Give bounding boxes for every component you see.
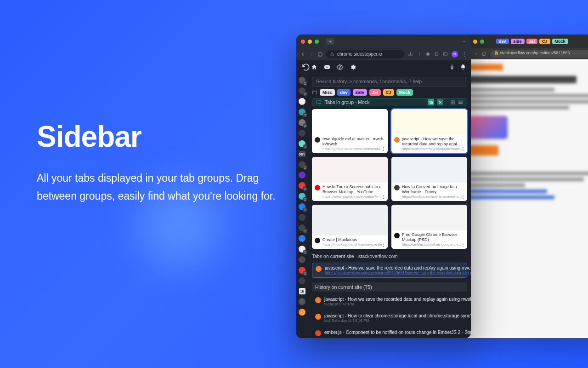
traffic-light-min[interactable] xyxy=(308,40,312,44)
rail-site-icon[interactable]: 7 xyxy=(299,109,305,115)
pin-icon[interactable] xyxy=(449,64,455,70)
tab-group-pill-cj[interactable]: CJ xyxy=(539,39,550,44)
search-input[interactable]: Search history, > commands, / bookmarks,… xyxy=(312,77,467,86)
svg-point-26 xyxy=(463,198,464,199)
rail-site-icon[interactable] xyxy=(299,309,305,316)
panel-icon[interactable] xyxy=(443,52,448,57)
profile-avatar[interactable]: C xyxy=(452,51,458,58)
tab-card[interactable]: How to Turn a Screenshot into a Browser … xyxy=(312,157,388,201)
share-icon[interactable] xyxy=(408,52,413,57)
reload-icon[interactable] xyxy=(482,52,486,56)
current-site-tab-item[interactable]: javascript - How we save the recorded da… xyxy=(312,263,467,278)
card-more-icon[interactable] xyxy=(381,242,386,247)
address-bar[interactable]: chrome.sidestepper.io xyxy=(326,50,405,58)
history-item[interactable]: ember.js - Component to be notified on r… xyxy=(312,328,467,336)
tab-group-pill-mock[interactable]: Mock xyxy=(552,39,568,44)
group-header-label: Tabs in group - Mock xyxy=(325,99,369,105)
rail-site-icon[interactable] xyxy=(299,98,305,105)
group-header[interactable]: Tabs in group - Mock xyxy=(312,98,467,106)
tab-card[interactable]: rrweb/guide.md at master · rrweb-io/rrwe… xyxy=(312,109,388,153)
rail-site-icon[interactable]: 1 xyxy=(299,224,305,231)
traffic-light-close[interactable] xyxy=(301,40,305,44)
card-more-icon[interactable] xyxy=(381,146,386,152)
gear-icon[interactable] xyxy=(350,64,356,70)
home-icon[interactable] xyxy=(311,64,317,70)
folder-icon xyxy=(316,99,322,105)
bookmark-icon[interactable] xyxy=(434,52,439,57)
card-more-icon[interactable] xyxy=(460,146,466,152)
rail-site-icon[interactable]: 1 xyxy=(299,77,305,84)
youtube-icon[interactable] xyxy=(324,64,330,70)
tab-card[interactable]: javascript - How we save the recorded da… xyxy=(391,109,467,153)
tab-group-pill-dev[interactable]: dev xyxy=(496,39,509,44)
rail-site-icon[interactable]: 1 xyxy=(299,246,305,253)
window-icon[interactable] xyxy=(312,90,317,95)
svg-rect-11 xyxy=(453,103,454,104)
rail-site-icon[interactable]: 2 xyxy=(299,119,305,126)
card-more-icon[interactable] xyxy=(381,194,386,200)
plus-icon[interactable] xyxy=(417,52,422,57)
traffic-light-max[interactable] xyxy=(480,40,484,44)
svg-rect-10 xyxy=(451,103,452,104)
grid-view-icon[interactable] xyxy=(450,100,455,105)
favicon xyxy=(315,238,320,243)
rail-site-icon[interactable]: 2 xyxy=(299,87,305,94)
group-chip-side[interactable]: side xyxy=(353,89,367,96)
tab-card[interactable]: How to Convert an Image to a Wireframe -… xyxy=(391,157,467,201)
rail-site-icon[interactable]: 1 xyxy=(299,140,305,147)
reload-icon[interactable] xyxy=(317,52,323,57)
rail-site-icon[interactable] xyxy=(299,298,305,305)
svg-point-28 xyxy=(383,244,384,245)
forward-icon[interactable] xyxy=(309,52,314,57)
new-tab-button[interactable]: + xyxy=(326,38,334,45)
traffic-light-max[interactable] xyxy=(315,40,319,44)
rail-site-icon[interactable]: 1 xyxy=(299,203,305,210)
help-icon[interactable] xyxy=(337,64,343,70)
group-chip-dev[interactable]: dev xyxy=(337,89,350,96)
rail-site-icon[interactable]: 1 xyxy=(299,161,305,168)
tab-card[interactable]: Create | Mockoopshttps://mockoops.mohity… xyxy=(312,205,388,249)
rail-number-badge[interactable]: 18 xyxy=(299,288,305,294)
rail-site-icon[interactable] xyxy=(299,130,305,137)
card-more-icon[interactable] xyxy=(460,242,466,247)
extension-icon[interactable] xyxy=(425,52,430,57)
rail-site-icon[interactable] xyxy=(299,172,305,178)
undo-icon[interactable] xyxy=(302,63,310,71)
url-text: chrome.sidestepper.io xyxy=(337,52,382,57)
current-site-section-header: Tabs on current site - stackoverflow.com xyxy=(312,253,467,259)
favicon xyxy=(316,266,322,272)
list-view-icon[interactable] xyxy=(458,100,463,105)
group-action-copy[interactable] xyxy=(428,99,434,105)
group-chip-misc[interactable]: Misc xyxy=(320,89,335,96)
rail-site-icon[interactable]: 1 xyxy=(299,193,305,200)
rail-site-icon[interactable] xyxy=(299,277,305,284)
rail-site-icon[interactable] xyxy=(299,235,305,242)
tab-card[interactable]: Free Google Chrome Browser Mockup (PSD)h… xyxy=(391,205,467,249)
svg-rect-8 xyxy=(451,101,452,102)
favicon xyxy=(315,330,321,336)
group-chip-mock[interactable]: Mock xyxy=(396,89,413,96)
svg-rect-7 xyxy=(430,101,432,103)
history-item[interactable]: javascript - How we save the recorded da… xyxy=(312,294,467,307)
svg-point-24 xyxy=(463,195,464,196)
rail-site-icon[interactable]: 1 xyxy=(299,267,305,274)
chevron-down-icon[interactable] xyxy=(462,39,466,44)
group-chip-cj[interactable]: CJ xyxy=(383,89,394,96)
rail-site-icon[interactable]: 1 xyxy=(299,182,305,189)
traffic-light-min[interactable] xyxy=(473,40,477,44)
tab-group-pill-jel[interactable]: Jel xyxy=(526,39,538,44)
history-item[interactable]: javascript - How to clear chrome.storage… xyxy=(312,311,467,324)
svg-point-16 xyxy=(383,149,384,150)
bell-icon[interactable] xyxy=(460,64,466,70)
tab-group-pill-side[interactable]: side xyxy=(511,39,525,44)
back-icon[interactable] xyxy=(300,52,305,57)
kebab-menu-icon[interactable]: ⋮ xyxy=(462,51,467,58)
rail-dev-badge[interactable]: DEV xyxy=(299,151,305,157)
address-bar[interactable]: 🔒 stackoverflow.com/questions/5811565… xyxy=(490,50,588,58)
rail-site-icon[interactable] xyxy=(299,214,305,221)
forward-icon[interactable] xyxy=(474,52,478,56)
group-action-close[interactable] xyxy=(437,99,443,105)
group-chip-jel[interactable]: Jel xyxy=(369,89,381,96)
rail-site-icon[interactable] xyxy=(299,256,305,263)
card-more-icon[interactable] xyxy=(460,194,466,200)
